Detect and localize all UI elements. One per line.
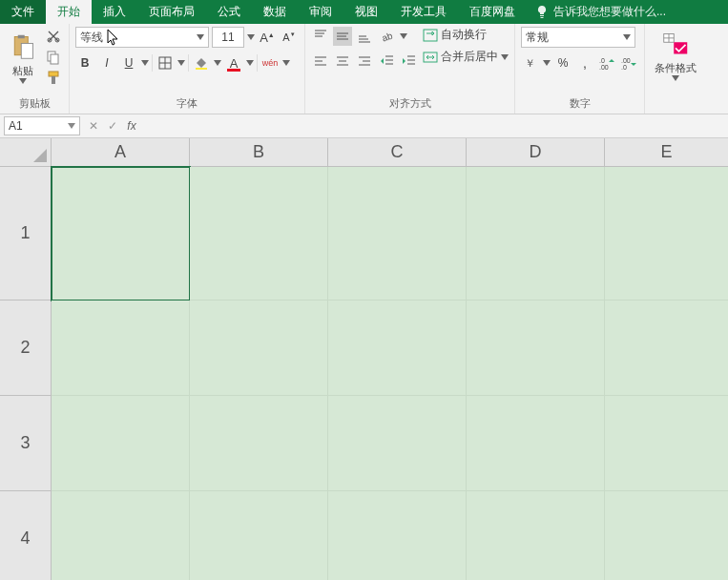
- tell-me-search[interactable]: 告诉我您想要做什么...: [527, 0, 674, 24]
- col-header-E[interactable]: E: [605, 138, 728, 167]
- font-size-dropdown[interactable]: [247, 28, 255, 47]
- tab-insert[interactable]: 插入: [92, 0, 137, 24]
- cell-D1[interactable]: [467, 167, 605, 300]
- currency-button[interactable]: ￥: [521, 53, 540, 72]
- cell-E3[interactable]: [605, 396, 728, 491]
- row-header-1[interactable]: 1: [0, 167, 52, 300]
- decrease-font-button[interactable]: A▼: [280, 28, 299, 47]
- underline-button[interactable]: U: [119, 53, 138, 72]
- cell-A4[interactable]: [52, 491, 190, 580]
- inc-decimal-icon: .0.00: [599, 55, 614, 71]
- increase-indent-button[interactable]: [400, 52, 419, 71]
- cell-C1[interactable]: [328, 167, 467, 300]
- border-dropdown[interactable]: [177, 53, 185, 72]
- font-name-value: 等线: [80, 30, 103, 46]
- lightbulb-icon: [534, 5, 550, 20]
- copy-button[interactable]: [44, 48, 63, 67]
- font-color-dropdown[interactable]: [246, 53, 254, 72]
- tab-review[interactable]: 审阅: [298, 0, 343, 24]
- increase-decimal-button[interactable]: .0.00: [597, 53, 616, 72]
- border-button[interactable]: [156, 53, 175, 72]
- cell-E4[interactable]: [605, 491, 728, 580]
- wrap-text-button[interactable]: 自动换行: [423, 27, 509, 43]
- insert-function-button[interactable]: fx: [122, 119, 141, 133]
- number-format-combo[interactable]: 常规: [521, 27, 635, 48]
- underline-dropdown[interactable]: [141, 53, 149, 72]
- row-header-2[interactable]: 2: [0, 300, 52, 396]
- comma-button[interactable]: ,: [575, 53, 594, 72]
- col-header-C[interactable]: C: [328, 138, 467, 167]
- align-center-button[interactable]: [333, 52, 352, 71]
- cell-C4[interactable]: [328, 491, 467, 580]
- orientation-button[interactable]: ab: [378, 27, 397, 46]
- cell-E2[interactable]: [605, 300, 728, 396]
- tab-developer[interactable]: 开发工具: [389, 0, 458, 24]
- name-box[interactable]: A1: [4, 116, 80, 135]
- orientation-dropdown[interactable]: [400, 27, 407, 46]
- align-middle-button[interactable]: [333, 27, 352, 46]
- cell-B1[interactable]: [190, 167, 328, 300]
- col-header-A[interactable]: A: [52, 138, 190, 167]
- group-clipboard-label: 剪贴板: [6, 96, 63, 114]
- cell-D4[interactable]: [467, 491, 605, 580]
- merge-center-button[interactable]: 合并后居中: [423, 49, 509, 65]
- increase-font-button[interactable]: A▲: [258, 28, 277, 47]
- cell-C2[interactable]: [328, 300, 467, 396]
- font-name-combo[interactable]: 等线: [75, 27, 209, 48]
- decrease-indent-button[interactable]: [378, 52, 397, 71]
- decrease-decimal-button[interactable]: .00.0: [619, 53, 638, 72]
- pinyin-button[interactable]: wén: [260, 53, 280, 72]
- svg-rect-2: [21, 43, 32, 58]
- cell-A3[interactable]: [52, 396, 190, 491]
- tab-data[interactable]: 数据: [252, 0, 298, 24]
- fill-color-dropdown[interactable]: [214, 53, 221, 72]
- tab-view[interactable]: 视图: [343, 0, 389, 24]
- cut-button[interactable]: [44, 27, 63, 46]
- paste-button[interactable]: 粘贴: [6, 27, 40, 88]
- italic-button[interactable]: I: [97, 53, 116, 72]
- cell-B2[interactable]: [190, 300, 328, 396]
- currency-dropdown[interactable]: [543, 53, 551, 72]
- cell-D3[interactable]: [467, 396, 605, 491]
- bold-button[interactable]: B: [75, 53, 94, 72]
- cell-D2[interactable]: [467, 300, 605, 396]
- format-painter-button[interactable]: [44, 69, 63, 88]
- tab-formulas[interactable]: 公式: [206, 0, 252, 24]
- currency-icon: ￥: [523, 55, 538, 71]
- align-left-button[interactable]: [311, 52, 330, 71]
- cell-E1[interactable]: [605, 167, 728, 300]
- row-header-4[interactable]: 4: [0, 491, 52, 580]
- tab-page-layout[interactable]: 页面布局: [137, 0, 206, 24]
- align-bottom-button[interactable]: [355, 27, 374, 46]
- align-left-icon: [313, 53, 328, 69]
- outdent-icon: [380, 53, 395, 69]
- cell-A1[interactable]: [52, 167, 190, 300]
- enter-button[interactable]: ✓: [103, 119, 122, 133]
- cursor-icon: [107, 29, 120, 46]
- align-top-button[interactable]: [311, 27, 330, 46]
- percent-button[interactable]: %: [553, 53, 572, 72]
- font-color-button[interactable]: A: [224, 53, 243, 72]
- dec-decimal-icon: .00.0: [621, 55, 636, 71]
- cell-C3[interactable]: [328, 396, 467, 491]
- col-header-B[interactable]: B: [190, 138, 328, 167]
- conditional-format-button[interactable]: 条件格式: [651, 27, 700, 83]
- tab-home[interactable]: 开始: [46, 0, 92, 24]
- align-right-button[interactable]: [355, 52, 374, 71]
- row-header-3[interactable]: 3: [0, 396, 52, 491]
- formula-input[interactable]: [141, 116, 728, 135]
- cancel-button[interactable]: ✕: [84, 119, 103, 133]
- svg-text:.00: .00: [599, 64, 609, 71]
- tab-file[interactable]: 文件: [0, 0, 46, 24]
- font-size-combo[interactable]: 11: [212, 27, 244, 48]
- select-all-corner[interactable]: [0, 138, 52, 167]
- tab-baidu[interactable]: 百度网盘: [458, 0, 527, 24]
- col-header-D[interactable]: D: [467, 138, 605, 167]
- cell-A2[interactable]: [52, 300, 190, 396]
- group-clipboard: 粘贴 剪贴板: [0, 24, 70, 114]
- cell-B4[interactable]: [190, 491, 328, 580]
- svg-text:ab: ab: [381, 30, 395, 43]
- cell-B3[interactable]: [190, 396, 328, 491]
- pinyin-dropdown[interactable]: [282, 53, 290, 72]
- fill-color-button[interactable]: [192, 53, 211, 72]
